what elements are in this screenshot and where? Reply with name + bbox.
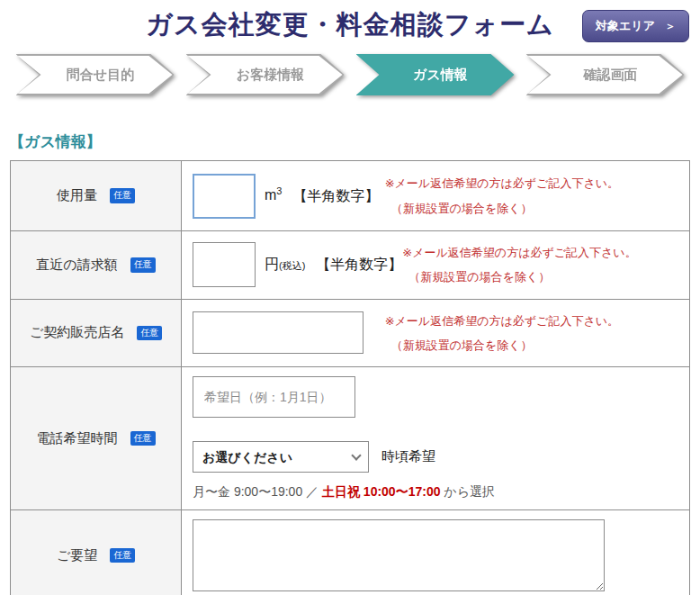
row-label: 使用量 [57,187,97,204]
table-row-store-name: ご契約販売店名 任意 ※メール返信希望の方は必ずご記入下さい。 （新規設置の場合… [11,300,689,368]
row-label: 直近の請求額 [36,257,117,274]
step-confirmation: 確認画面 [526,54,685,95]
target-area-button[interactable]: 対象エリア ＞ [582,10,689,42]
mail-reply-note-line2: （新規設置の場合を除く） [385,196,619,221]
time-select-suffix: 時頃希望 [381,448,435,465]
row-header-request: ご要望 任意 [11,510,182,595]
row-header-billing: 直近の請求額 任意 [11,231,182,299]
chevron-right-icon: ＞ [665,19,676,34]
time-range-weekday: 月〜金 9:00〜19:00 ／ [193,484,322,499]
step-inquiry-purpose: 問合せ目的 [16,54,175,95]
step-label: 確認画面 [526,54,685,95]
section-heading-gas-info: 【ガス情報】 [9,131,700,152]
preferred-date-input[interactable] [193,376,355,418]
unit-yen: 円 [265,257,279,272]
optional-badge: 任意 [137,326,162,341]
optional-badge: 任意 [130,257,156,273]
row-content-request [182,510,689,595]
row-content-store-name: ※メール返信希望の方は必ずご記入下さい。 （新規設置の場合を除く） [182,300,689,367]
time-range-weekend: 土日祝 10:00〜17:00 [322,484,441,499]
row-header-phone-time: 電話希望時間 任意 [11,367,182,509]
optional-badge: 任意 [110,188,135,203]
unit-tax-included: (税込) [279,260,305,271]
optional-badge: 任意 [130,431,156,446]
time-select-wrap: お選びください [193,441,369,473]
billing-amount-input[interactable] [193,242,256,287]
mail-reply-note-line2: （新規設置の場合を除く） [402,265,636,289]
unit-m: m [265,188,276,203]
table-row-usage: 使用量 任意 m3【半角数字】 ※メール返信希望の方は必ずご記入下さい。 （新規… [11,161,689,231]
mail-reply-note-line1: ※メール返信希望の方は必ずご記入下さい。 [385,171,619,195]
progress-steps: 問合せ目的 お客様情報 ガス情報 確認画面 [0,54,700,95]
mail-reply-note: ※メール返信希望の方は必ずご記入下さい。 （新規設置の場合を除く） [402,240,636,290]
row-content-usage: m3【半角数字】 ※メール返信希望の方は必ずご記入下さい。 （新規設置の場合を除… [182,161,689,230]
table-row-phone-time: 電話希望時間 任意 お選びください 時頃希望 月〜金 9:00〜19:00 ／ … [11,367,689,510]
time-select[interactable]: お選びください [193,441,369,473]
mail-reply-note-line1: ※メール返信希望の方は必ずご記入下さい。 [385,309,619,333]
step-customer-info: お客様情報 [186,54,345,95]
row-label: ご契約販売店名 [30,324,124,341]
mail-reply-note: ※メール返信希望の方は必ずご記入下さい。 （新規設置の場合を除く） [385,171,619,221]
unit-bracket: 【半角数字】 [316,257,402,272]
gas-consultation-form-page: ガス会社変更・料金相談フォーム 対象エリア ＞ 問合せ目的 お客様情報 ガス情報 [0,0,700,595]
billing-unit-text: 円(税込)【半角数字】 [265,256,402,275]
step-label: ガス情報 [356,54,515,95]
gas-info-form-table: 使用量 任意 m3【半角数字】 ※メール返信希望の方は必ずご記入下さい。 （新規… [10,160,690,595]
optional-badge: 任意 [110,548,135,563]
mail-reply-note-line1: ※メール返信希望の方は必ずご記入下さい。 [402,240,636,265]
row-label: ご要望 [57,547,97,564]
row-header-store-name: ご契約販売店名 任意 [11,300,182,367]
row-content-billing: 円(税込)【半角数字】 ※メール返信希望の方は必ずご記入下さい。 （新規設置の場… [182,231,700,299]
store-name-input[interactable] [193,311,363,354]
time-select-line: お選びください 時頃希望 [193,441,435,473]
step-gas-info-active: ガス情報 [356,54,515,95]
table-row-request: ご要望 任意 [11,510,689,595]
time-range-note: 月〜金 9:00〜19:00 ／ 土日祝 10:00〜17:00 から選択 [193,484,495,500]
row-header-usage: 使用量 任意 [11,161,182,230]
mail-reply-note-line2: （新規設置の場合を除く） [385,333,619,357]
step-label: 問合せ目的 [16,54,175,95]
unit-sup: 3 [276,185,282,196]
usage-unit-text: m3【半角数字】 [265,185,379,205]
time-range-suffix: から選択 [440,484,495,499]
mail-reply-note: ※メール返信希望の方は必ずご記入下さい。 （新規設置の場合を除く） [385,309,619,358]
usage-amount-input[interactable] [193,174,256,219]
unit-bracket: 【半角数字】 [292,188,379,203]
request-textarea[interactable] [193,519,605,591]
row-label: 電話希望時間 [37,430,118,447]
step-label: お客様情報 [186,54,345,95]
row-content-phone-time: お選びください 時頃希望 月〜金 9:00〜19:00 ／ 土日祝 10:00〜… [182,367,689,509]
table-row-billing: 直近の請求額 任意 円(税込)【半角数字】 ※メール返信希望の方は必ずご記入下さ… [11,231,689,300]
target-area-button-label: 対象エリア [596,18,655,34]
